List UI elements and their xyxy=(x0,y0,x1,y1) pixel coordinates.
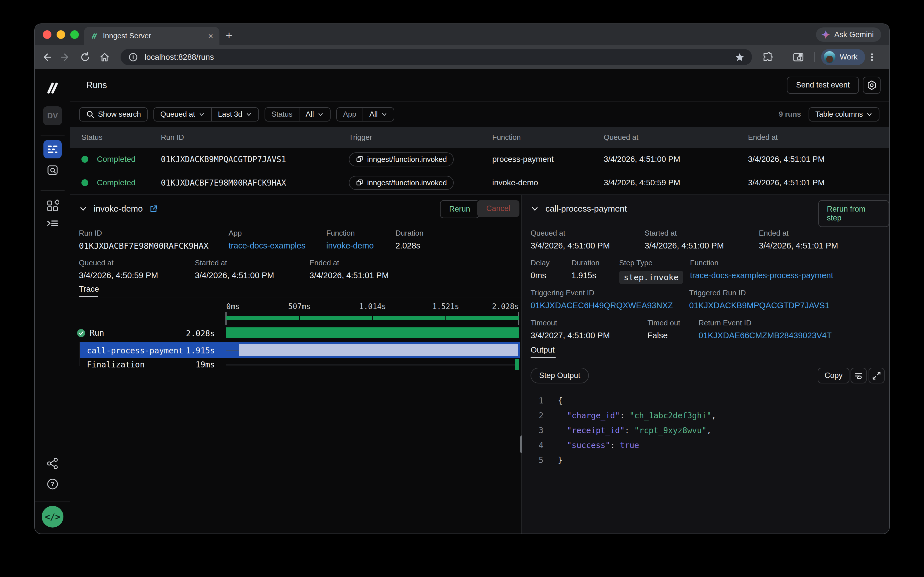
profile-button[interactable]: Work xyxy=(821,49,865,65)
sidebar-item-dev-server[interactable] xyxy=(35,217,70,230)
collapse-chevron-icon[interactable] xyxy=(530,205,539,213)
url-text[interactable]: localhost:8288/runs xyxy=(145,53,729,62)
tab-trace[interactable]: Trace xyxy=(79,285,99,293)
wrap-text-icon xyxy=(854,371,863,380)
extensions-icon[interactable] xyxy=(761,45,773,69)
close-window-button[interactable] xyxy=(43,30,51,39)
sidebar-item-help[interactable]: ? xyxy=(35,477,70,491)
new-tab-button[interactable]: + xyxy=(226,29,232,42)
time-field-dropdown[interactable]: Queued at xyxy=(154,108,211,121)
browser-menu-icon[interactable] xyxy=(866,45,878,69)
back-button[interactable] xyxy=(40,45,53,69)
trigger-name: inngest/function.invoked xyxy=(367,155,447,164)
ended-at-value: 3/4/2026, 4:51:01 PM xyxy=(309,271,389,280)
home-button[interactable] xyxy=(98,45,111,69)
col-header-run-id[interactable]: Run ID xyxy=(161,133,349,142)
side-panel-search-icon[interactable] xyxy=(792,45,805,69)
line-number: 2 xyxy=(522,411,543,420)
trace-divider xyxy=(70,297,521,297)
check-circle-icon xyxy=(77,329,86,338)
browser-tab[interactable]: Inngest Server × xyxy=(84,27,219,45)
tab-output[interactable]: Output xyxy=(530,345,554,355)
trace-row-finalization[interactable]: Finalization xyxy=(87,360,145,369)
collapse-chevron-icon[interactable] xyxy=(79,205,87,213)
site-info-icon[interactable] xyxy=(128,52,138,62)
field-label: Queued at xyxy=(530,229,610,238)
chevron-down-icon xyxy=(317,111,324,118)
sidebar-item-apps[interactable] xyxy=(35,199,70,213)
time-field-label: Queued at xyxy=(160,110,195,119)
app-filter-label: App xyxy=(343,110,356,119)
col-header-queued-at[interactable]: Queued at xyxy=(604,133,748,142)
line-number: 1 xyxy=(522,396,543,405)
col-header-function[interactable]: Function xyxy=(492,133,604,142)
trace-row-label: call-process-payment xyxy=(87,346,183,355)
trace-minimap[interactable] xyxy=(226,316,519,320)
sidebar-item-share[interactable] xyxy=(35,457,70,470)
cancel-label: Cancel xyxy=(477,200,519,217)
rerun-from-step-button[interactable]: Rerun from step xyxy=(818,200,889,227)
send-test-event-button[interactable]: Send test event xyxy=(787,77,859,94)
trace-bar-run[interactable] xyxy=(226,327,519,338)
sidebar-item-runs[interactable] xyxy=(35,140,70,158)
app-avatar-initials: DV xyxy=(43,106,62,125)
external-link-icon[interactable] xyxy=(149,205,158,213)
field-label: Timed out xyxy=(648,319,680,327)
status-filter-dropdown[interactable]: All xyxy=(299,108,330,121)
step-started-value: 3/4/2026, 4:51:00 PM xyxy=(644,241,724,250)
cancel-button[interactable]: Cancel xyxy=(477,200,519,217)
queued-at-cell: 3/4/2026, 4:50:59 PM xyxy=(604,178,748,187)
table-columns-dropdown[interactable]: Table columns xyxy=(808,107,879,121)
ruler-tick: 2.028s xyxy=(492,302,519,311)
triggered-run-id-link[interactable]: 01KJXDACKB9MPQACGTDP7JAVS1 xyxy=(689,301,829,310)
ended-at-cell: 3/4/2026, 4:51:01 PM xyxy=(748,155,889,164)
rerun-button[interactable]: Rerun xyxy=(440,200,479,218)
close-tab-icon[interactable]: × xyxy=(208,32,213,40)
field-label: Triggered Run ID xyxy=(689,288,829,297)
minimize-window-button[interactable] xyxy=(56,30,65,39)
forward-button[interactable] xyxy=(59,45,72,69)
code-line: 2 "charge_id": "ch_1abc2def3ghi", xyxy=(522,408,889,423)
settings-button[interactable] xyxy=(863,77,881,94)
app-avatar[interactable]: DV xyxy=(35,106,70,125)
step-output-toggle[interactable]: Step Output xyxy=(530,368,589,384)
trace-bar-finalization[interactable] xyxy=(515,359,519,370)
app-filter-dropdown[interactable]: All xyxy=(363,108,394,121)
col-header-ended-at[interactable]: Ended at xyxy=(748,133,889,142)
url-bar[interactable]: localhost:8288/runs xyxy=(121,49,752,65)
reload-button[interactable] xyxy=(79,45,92,69)
ruler-tick: 0ms xyxy=(226,302,240,311)
toolbar-separator xyxy=(814,52,815,62)
copy-button[interactable]: Copy xyxy=(818,368,849,384)
col-header-trigger[interactable]: Trigger xyxy=(349,133,492,142)
return-event-id-link[interactable]: 01KJXDAE66CMZMB28439023V4T xyxy=(699,331,832,340)
timed-out-value: False xyxy=(648,331,680,340)
show-search-button[interactable]: Show search xyxy=(79,107,148,121)
col-header-status[interactable]: Status xyxy=(70,133,161,142)
triggering-event-id-link[interactable]: 01KJXDACEC6H49QRQXWEA93NXZ xyxy=(530,301,673,310)
expand-button[interactable] xyxy=(869,368,885,384)
sidebar-item-event-search[interactable] xyxy=(35,164,70,177)
ask-gemini-button[interactable]: Ask Gemini xyxy=(816,27,881,42)
wrap-text-button[interactable] xyxy=(850,368,866,384)
step-output-code[interactable]: 1 { 2 "charge_id": "ch_1abc2def3ghi", 3 … xyxy=(522,393,889,467)
field-label: Ended at xyxy=(759,229,838,238)
app-link[interactable]: trace-docs-examples xyxy=(228,241,305,250)
filter-bar: Show search Queued at Last 3d Status xyxy=(70,102,889,127)
table-row[interactable]: Completed 01KJXDACKB9MPQACGTDP7JAVS1 inn… xyxy=(70,148,889,171)
time-range-dropdown[interactable]: Last 3d xyxy=(212,108,258,121)
dev-tools-button[interactable]: </> xyxy=(35,506,70,527)
chevron-down-icon xyxy=(381,111,387,118)
step-function-link[interactable]: trace-docs-examples-process-payment xyxy=(690,271,833,280)
delay-value: 0ms xyxy=(530,271,550,280)
trace-row-duration: 1.915s xyxy=(181,346,215,355)
run-title: invoke-demo xyxy=(94,204,143,214)
share-icon xyxy=(46,457,59,470)
bookmark-star-icon[interactable] xyxy=(735,52,744,62)
trace-row-run[interactable]: Run xyxy=(77,328,104,338)
table-row[interactable]: Completed 01KJXDACBF7E98M00RAFCK9HAX inn… xyxy=(70,171,889,195)
fullscreen-window-button[interactable] xyxy=(70,30,79,39)
function-link[interactable]: invoke-demo xyxy=(326,241,374,250)
trace-bar-step[interactable] xyxy=(239,344,518,356)
profile-avatar xyxy=(824,51,836,63)
